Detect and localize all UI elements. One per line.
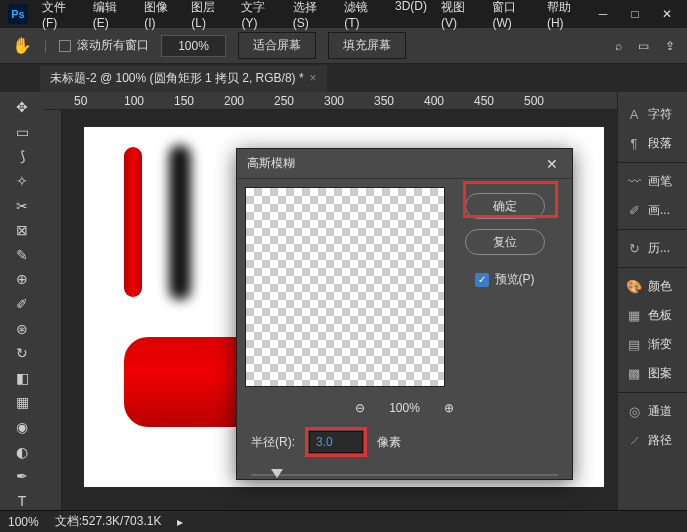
radius-label: 半径(R): bbox=[251, 434, 295, 451]
menu-layer[interactable]: 图层(L) bbox=[185, 0, 233, 34]
panel-paragraph[interactable]: ¶段落 bbox=[618, 129, 687, 158]
preview-checkbox[interactable]: ✓ 预览(P) bbox=[475, 271, 535, 288]
radius-unit: 像素 bbox=[377, 434, 401, 451]
check-icon: ✓ bbox=[475, 273, 489, 287]
path-icon: ⟋ bbox=[626, 433, 642, 448]
panel-history[interactable]: ↻历... bbox=[618, 234, 687, 263]
menu-help[interactable]: 帮助(H) bbox=[541, 0, 591, 34]
panel-brush[interactable]: 〰画笔 bbox=[618, 167, 687, 196]
share-icon[interactable]: ⇪ bbox=[665, 39, 675, 53]
blur-preview[interactable] bbox=[245, 187, 445, 387]
tab-close-icon[interactable]: × bbox=[310, 71, 317, 85]
brush-icon: 〰 bbox=[626, 174, 642, 189]
menu-view[interactable]: 视图(V) bbox=[435, 0, 484, 34]
panel-gradient[interactable]: ▤渐变 bbox=[618, 330, 687, 359]
panel-channel[interactable]: ◎通道 bbox=[618, 397, 687, 426]
document-tab[interactable]: 未标题-2 @ 100% (圆角矩形 1 拷贝 2, RGB/8) *× bbox=[40, 65, 327, 92]
menu-edit[interactable]: 编辑(E) bbox=[87, 0, 136, 34]
dodge-tool[interactable]: ◐ bbox=[11, 442, 33, 461]
panel-color[interactable]: 🎨颜色 bbox=[618, 272, 687, 301]
ok-button[interactable]: 确定 bbox=[465, 193, 545, 219]
paragraph-icon: ¶ bbox=[626, 136, 642, 151]
workspace-icon[interactable]: ▭ bbox=[638, 39, 649, 53]
zoom-in-icon[interactable]: ⊕ bbox=[444, 401, 454, 415]
menu-type[interactable]: 文字(Y) bbox=[235, 0, 284, 34]
move-tool[interactable]: ✥ bbox=[11, 98, 33, 117]
minimize-button[interactable]: ─ bbox=[591, 4, 615, 24]
swatch-icon: ▦ bbox=[626, 308, 642, 323]
menu-window[interactable]: 窗口(W) bbox=[486, 0, 539, 34]
brush-tool[interactable]: ✐ bbox=[11, 295, 33, 314]
red-pill-shape bbox=[124, 147, 142, 297]
panel-brush-preset[interactable]: ✐画... bbox=[618, 196, 687, 225]
tool-options-divider: | bbox=[44, 39, 47, 53]
zoom-out-icon[interactable]: ⊖ bbox=[355, 401, 365, 415]
radius-input[interactable] bbox=[309, 431, 363, 453]
stamp-tool[interactable]: ⊛ bbox=[11, 319, 33, 338]
history-brush-tool[interactable]: ↻ bbox=[11, 344, 33, 363]
pen-tool[interactable]: ✒ bbox=[11, 467, 33, 486]
menu-select[interactable]: 选择(S) bbox=[287, 0, 336, 34]
status-arrow-icon[interactable]: ▸ bbox=[177, 515, 183, 529]
menu-image[interactable]: 图像(I) bbox=[138, 0, 183, 34]
panel-swatch[interactable]: ▦色板 bbox=[618, 301, 687, 330]
radius-slider[interactable] bbox=[251, 465, 558, 485]
lasso-tool[interactable]: ⟆ bbox=[11, 147, 33, 166]
heal-tool[interactable]: ⊕ bbox=[11, 270, 33, 289]
gradient-icon: ▤ bbox=[626, 337, 642, 352]
menu-file[interactable]: 文件(F) bbox=[36, 0, 85, 34]
ruler-horizontal: 50100150200250300350400450500 bbox=[44, 92, 617, 110]
ruler-vertical bbox=[44, 110, 62, 510]
eraser-tool[interactable]: ◧ bbox=[11, 369, 33, 388]
black-blur-shape bbox=[169, 145, 191, 300]
gradient-tool[interactable]: ▦ bbox=[11, 393, 33, 412]
hand-tool-icon: ✋ bbox=[12, 36, 32, 55]
blur-tool[interactable]: ◉ bbox=[11, 418, 33, 437]
menubar: 文件(F) 编辑(E) 图像(I) 图层(L) 文字(Y) 选择(S) 滤镜(T… bbox=[36, 0, 591, 34]
type-tool[interactable]: T bbox=[11, 492, 33, 511]
history-icon: ↻ bbox=[626, 241, 642, 256]
tool-palette: ✥ ▭ ⟆ ✧ ✂ ⊠ ✎ ⊕ ✐ ⊛ ↻ ◧ ▦ ◉ ◐ ✒ T bbox=[0, 92, 44, 510]
pattern-icon: ▩ bbox=[626, 366, 642, 381]
zoom-level[interactable]: 100% bbox=[161, 35, 226, 57]
status-doc-size: 文档:527.3K/703.1K bbox=[55, 513, 162, 530]
app-logo: Ps bbox=[8, 4, 28, 24]
scroll-all-option[interactable]: 滚动所有窗口 bbox=[59, 37, 149, 54]
status-zoom[interactable]: 100% bbox=[8, 515, 39, 529]
panel-path[interactable]: ⟋路径 bbox=[618, 426, 687, 455]
marquee-tool[interactable]: ▭ bbox=[11, 123, 33, 142]
slider-thumb-icon[interactable] bbox=[271, 469, 283, 478]
crop-tool[interactable]: ✂ bbox=[11, 196, 33, 215]
fit-screen-button[interactable]: 适合屏幕 bbox=[238, 32, 316, 59]
menu-filter[interactable]: 滤镜(T) bbox=[338, 0, 387, 34]
right-panels: A字符 ¶段落 〰画笔 ✐画... ↻历... 🎨颜色 ▦色板 ▤渐变 ▩图案 … bbox=[617, 92, 687, 510]
reset-button[interactable]: 复位 bbox=[465, 229, 545, 255]
preview-zoom: 100% bbox=[389, 401, 420, 415]
channel-icon: ◎ bbox=[626, 404, 642, 419]
frame-tool[interactable]: ⊠ bbox=[11, 221, 33, 240]
close-button[interactable]: ✕ bbox=[655, 4, 679, 24]
eyedropper-tool[interactable]: ✎ bbox=[11, 246, 33, 265]
wand-tool[interactable]: ✧ bbox=[11, 172, 33, 191]
gaussian-blur-dialog: 高斯模糊 ✕ 确定 复位 ✓ 预览(P) ⊖ 100% ⊕ 半径(R): 像素 bbox=[236, 148, 573, 480]
menu-3d[interactable]: 3D(D) bbox=[389, 0, 433, 34]
fill-screen-button[interactable]: 填充屏幕 bbox=[328, 32, 406, 59]
panel-character[interactable]: A字符 bbox=[618, 100, 687, 129]
search-icon[interactable]: ⌕ bbox=[615, 39, 622, 53]
maximize-button[interactable]: □ bbox=[623, 4, 647, 24]
panel-pattern[interactable]: ▩图案 bbox=[618, 359, 687, 388]
dialog-close-button[interactable]: ✕ bbox=[542, 154, 562, 174]
palette-icon: 🎨 bbox=[626, 279, 642, 294]
character-icon: A bbox=[626, 107, 642, 122]
dialog-title: 高斯模糊 bbox=[247, 155, 295, 172]
brush-preset-icon: ✐ bbox=[626, 203, 642, 218]
